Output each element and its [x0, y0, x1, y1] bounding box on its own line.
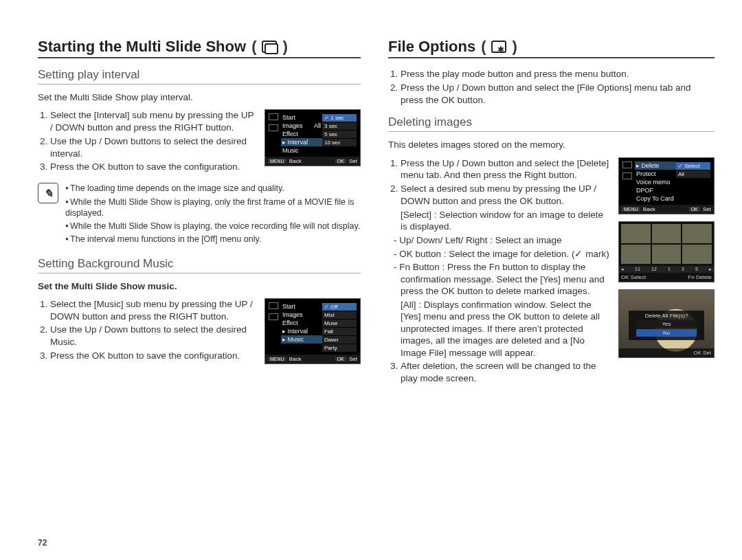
- intro-music: Set the Multi Slide Show music.: [38, 280, 361, 293]
- note-icon: ✎: [38, 183, 58, 203]
- subhead-delete: Deleting images: [388, 115, 715, 132]
- thumb-interval-menu: Start ImagesAll Effect ▸ Interval Music …: [265, 109, 361, 166]
- check-icon: ✓: [574, 249, 583, 259]
- thumb-music-menu: Start Images Effect ▸ Interval ▸ Music O…: [265, 298, 361, 364]
- intro-delete: This deletes images stored on the memory…: [388, 139, 715, 151]
- slideshow-icon: [262, 41, 277, 53]
- heading-fileoptions: File Options ( ): [388, 38, 715, 58]
- h1-text: Starting the Multi Slide Show: [38, 38, 246, 56]
- subhead-music: Setting Background Music: [38, 257, 361, 273]
- steps-fileoptions: Press the play mode button and press the…: [388, 68, 715, 106]
- steps-interval: Select the [Interval] sub menu by pressi…: [38, 109, 258, 175]
- page-number: 72: [38, 538, 47, 548]
- thumb-delete-all-dialog: Delete All File(s)? Yes No OK Set: [618, 289, 715, 358]
- thumb-select-grid: ◂ 11 12 1 3 5 ▸ OK Select Fn Delete: [618, 221, 715, 282]
- steps-music: Select the [Music] sub menu by pressing …: [38, 298, 258, 363]
- heading-slideshow: Starting the Multi Slide Show ( ): [38, 38, 361, 58]
- steps-delete: Press the Up / Down button and select th…: [388, 157, 611, 208]
- note-box: ✎ The loading time depends on the image …: [38, 183, 361, 247]
- intro-interval: Set the Multi Slide Show play interval.: [38, 91, 361, 104]
- file-options-icon: [491, 41, 506, 53]
- thumb-delete-menu: ▸ Delete Protect Voice memo DPOF Copy To…: [618, 157, 715, 214]
- subhead-interval: Setting play interval: [38, 68, 361, 85]
- h1-text: File Options: [388, 38, 475, 56]
